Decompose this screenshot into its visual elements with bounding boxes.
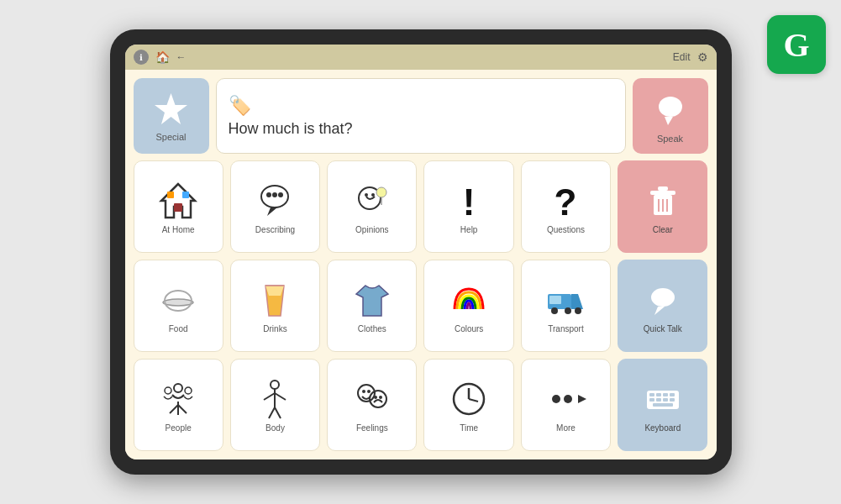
svg-rect-69 <box>670 398 675 402</box>
svg-marker-3 <box>161 184 195 218</box>
top-bar: ℹ 🏠 ← Edit ⚙ <box>125 45 717 70</box>
clothes-cell[interactable]: Clothes <box>327 260 417 352</box>
feelings-cell[interactable]: Feelings <box>327 359 417 451</box>
svg-point-32 <box>565 307 571 314</box>
truck-icon <box>544 279 586 321</box>
special-button[interactable]: Special <box>134 78 209 154</box>
rainbow-icon <box>448 279 490 321</box>
svg-text:!: ! <box>463 181 476 222</box>
questions-label: Questions <box>547 225 585 234</box>
svg-rect-4 <box>167 192 174 198</box>
svg-rect-63 <box>656 393 661 396</box>
at-home-cell[interactable]: At Home <box>134 160 223 253</box>
colours-label: Colours <box>455 324 483 333</box>
opinions-cell[interactable]: Opinions <box>327 160 417 253</box>
help-cell[interactable]: ! Help <box>423 160 513 253</box>
tablet-screen: ℹ 🏠 ← Edit ⚙ Special 🏷️ H <box>125 45 717 459</box>
keyboard-cell[interactable]: Keyboard <box>618 359 707 451</box>
drinks-label: Drinks <box>263 324 286 333</box>
home-icon[interactable]: 🏠 <box>155 50 170 64</box>
speak-button[interactable]: Speak <box>633 78 708 154</box>
svg-rect-67 <box>656 398 661 402</box>
feelings-icon <box>351 378 393 420</box>
question-icon: ? <box>544 180 586 222</box>
settings-icon[interactable]: ⚙ <box>697 50 708 64</box>
svg-line-45 <box>264 393 275 400</box>
at-home-label: At Home <box>162 225 195 234</box>
grid-row-3: People Body <box>134 359 708 451</box>
svg-rect-70 <box>653 403 673 407</box>
keyboard-icon <box>642 378 684 420</box>
people-cell[interactable]: People <box>134 359 223 451</box>
svg-point-15 <box>376 187 386 197</box>
speak-icon <box>649 88 691 130</box>
describing-cell[interactable]: Describing <box>230 160 320 253</box>
more-label: More <box>556 423 576 433</box>
svg-line-47 <box>269 407 275 418</box>
drinks-cell[interactable]: Drinks <box>230 260 320 352</box>
svg-point-13 <box>365 193 368 197</box>
svg-rect-5 <box>182 192 189 198</box>
svg-point-54 <box>379 396 382 399</box>
info-icon[interactable]: ℹ <box>134 50 149 65</box>
svg-text:?: ? <box>555 181 577 222</box>
exclamation-icon: ! <box>448 180 490 222</box>
feelings-label: Feelings <box>356 423 388 433</box>
glass-icon <box>254 279 296 321</box>
food-cell[interactable]: Food <box>134 260 223 352</box>
svg-point-10 <box>278 192 283 197</box>
plate-icon <box>157 279 199 321</box>
star-icon <box>152 91 190 129</box>
svg-rect-68 <box>663 398 668 402</box>
body-icon <box>254 378 296 420</box>
svg-point-42 <box>185 387 192 394</box>
svg-rect-34 <box>549 296 561 304</box>
body-label: Body <box>265 423 285 433</box>
grammarly-letter: G <box>783 25 809 65</box>
svg-point-50 <box>362 390 365 393</box>
opinions-label: Opinions <box>355 225 388 234</box>
svg-line-57 <box>469 399 478 402</box>
special-label: Special <box>155 132 186 142</box>
edit-button[interactable]: Edit <box>673 51 691 63</box>
svg-marker-11 <box>267 207 277 216</box>
svg-line-46 <box>275 393 286 400</box>
svg-point-37 <box>174 384 182 392</box>
svg-point-41 <box>165 387 171 394</box>
quicktalk-cell[interactable]: Quick Talk <box>618 260 707 352</box>
svg-rect-20 <box>650 191 675 195</box>
people-label: People <box>166 423 192 433</box>
transport-cell[interactable]: Transport <box>521 260 611 352</box>
grid-row-2: Food Drinks Clothes <box>134 260 708 352</box>
svg-rect-65 <box>670 393 675 396</box>
time-cell[interactable]: Time <box>423 359 513 451</box>
svg-point-51 <box>367 390 371 393</box>
help-label: Help <box>460 225 478 234</box>
people-icon <box>157 378 199 420</box>
svg-marker-60 <box>578 395 586 403</box>
speak-label: Speak <box>657 134 683 144</box>
questions-cell[interactable]: ? Questions <box>521 160 611 253</box>
quicktalk-label: Quick Talk <box>644 324 682 333</box>
svg-line-48 <box>275 407 281 418</box>
opinions-icon <box>351 180 393 222</box>
svg-rect-66 <box>649 398 654 402</box>
clear-cell[interactable]: Clear <box>618 160 707 253</box>
svg-point-1 <box>659 97 682 117</box>
clear-label: Clear <box>653 225 673 234</box>
transport-label: Transport <box>548 324 583 333</box>
svg-rect-21 <box>658 186 668 191</box>
svg-rect-6 <box>174 203 182 212</box>
describing-label: Describing <box>255 225 295 234</box>
time-label: Time <box>460 423 478 433</box>
trash-icon <box>642 180 684 222</box>
svg-point-33 <box>575 307 581 314</box>
top-row: Special 🏷️ How much is that? Speak <box>134 78 708 154</box>
body-cell[interactable]: Body <box>230 359 320 451</box>
colours-cell[interactable]: Colours <box>423 260 513 352</box>
back-icon[interactable]: ← <box>176 51 187 63</box>
svg-point-31 <box>551 307 558 314</box>
svg-point-25 <box>163 299 193 306</box>
tshirt-icon <box>351 279 393 321</box>
more-cell[interactable]: More <box>521 359 611 451</box>
